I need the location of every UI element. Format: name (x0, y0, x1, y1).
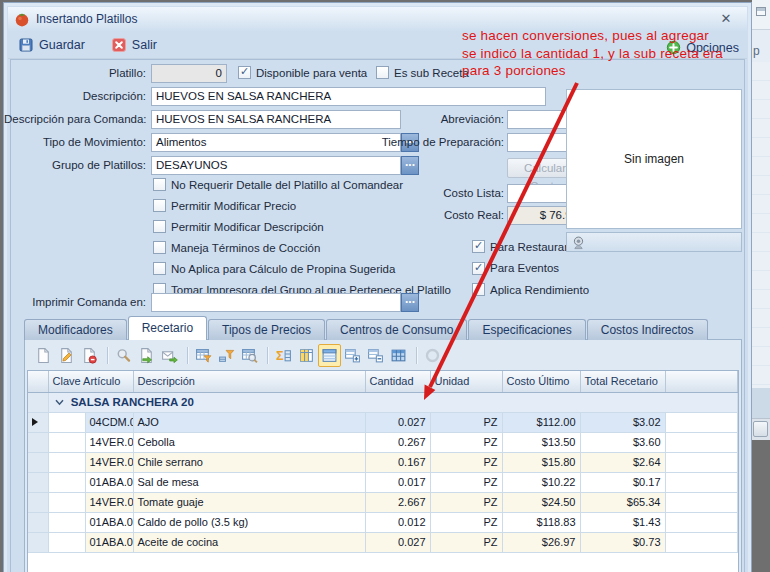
column-header-total-recetario[interactable]: Total Recetario (580, 371, 665, 392)
camera-icon[interactable] (571, 235, 586, 250)
cell-costo-ultimo[interactable]: $118.83 (502, 512, 580, 532)
cell-cantidad[interactable]: 0.267 (365, 432, 430, 452)
scrollbar-thumb[interactable] (753, 421, 768, 437)
expand-groups-icon[interactable] (341, 344, 364, 367)
table-row[interactable]: 01ABA.00... Aceite de cocina 0.027 PZ $2… (28, 532, 738, 552)
collapse-group-icon[interactable] (55, 396, 64, 408)
table-row[interactable]: 01ABA.00... Caldo de pollo (3.5 kg) 0.01… (28, 512, 738, 532)
cell-total-recetario[interactable]: $0.17 (580, 472, 665, 492)
cell-total-recetario[interactable]: $3.02 (580, 412, 665, 432)
cell-total-recetario[interactable]: $3.60 (580, 432, 665, 452)
cell-unidad[interactable]: PZ (430, 472, 502, 492)
grid-view-icon[interactable] (318, 344, 341, 367)
target-checkbox[interactable]: Aplica Rendimiento (472, 279, 589, 301)
restore-window-icon[interactable] (756, 7, 766, 16)
tab[interactable]: Modificadores (24, 319, 127, 340)
cell-descripcion[interactable]: Chile serrano (133, 452, 365, 472)
save-button[interactable]: Guardar (18, 37, 85, 53)
edit-record-icon[interactable] (55, 344, 78, 367)
table-row[interactable]: 14VER.00... Chile serrano 0.167 PZ $15.8… (28, 452, 738, 472)
cell-costo-ultimo[interactable]: $13.50 (502, 432, 580, 452)
filter-table-icon[interactable] (192, 344, 215, 367)
cell-cantidad[interactable]: 0.012 (365, 512, 430, 532)
find-in-table-icon[interactable] (238, 344, 261, 367)
table-row[interactable]: 14VER.00... Cebolla 0.267 PZ $13.50 $3.6… (28, 432, 738, 452)
cell-total-recetario[interactable]: $1.43 (580, 512, 665, 532)
column-header-descripcion[interactable]: Descripción (133, 371, 365, 392)
table-row[interactable]: 04CDM.00... AJO 0.027 PZ $112.00 $3.02 (28, 412, 738, 432)
checkbox-box[interactable] (472, 240, 485, 253)
cell-costo-ultimo[interactable]: $10.22 (502, 472, 580, 492)
cell-cantidad[interactable]: 0.027 (365, 412, 430, 432)
cell-costo-ultimo[interactable]: $26.97 (502, 532, 580, 552)
delete-record-icon[interactable] (78, 344, 101, 367)
cell-clave[interactable]: 14VER.00... (85, 432, 133, 452)
option-checkbox[interactable]: Maneja Términos de Cocción (153, 237, 451, 258)
column-header-costo-ultimo[interactable]: Costo Último (502, 371, 580, 392)
cell-descripcion[interactable]: Cebolla (133, 432, 365, 452)
cell-unidad[interactable]: PZ (430, 532, 502, 552)
cell-costo-ultimo[interactable]: $112.00 (502, 412, 580, 432)
cell-descripcion[interactable]: AJO (133, 412, 365, 432)
column-header-cantidad[interactable]: Cantidad (365, 371, 430, 392)
cell-total-recetario[interactable]: $65.34 (580, 492, 665, 512)
cell-total-recetario[interactable]: $2.64 (580, 452, 665, 472)
checkbox-box[interactable] (153, 241, 166, 254)
target-checkbox[interactable]: Para Eventos (472, 258, 589, 280)
sub-receta-checkbox[interactable]: Es sub Receta (376, 66, 469, 79)
descripcion-field[interactable]: HUEVOS EN SALSA RANCHERA (151, 87, 546, 106)
cell-descripcion[interactable]: Tomate guaje (133, 492, 365, 512)
cell-unidad[interactable]: PZ (430, 512, 502, 532)
checkbox-box[interactable] (472, 283, 485, 296)
tab[interactable]: Recetario (128, 316, 207, 340)
cell-descripcion[interactable]: Aceite de cocina (133, 532, 365, 552)
disponible-checkbox-box[interactable] (238, 66, 251, 79)
cell-total-recetario[interactable]: $0.73 (580, 532, 665, 552)
send-record-icon[interactable] (158, 344, 181, 367)
checkbox-box[interactable] (153, 199, 166, 212)
tab[interactable]: Especificaciones (468, 319, 585, 340)
option-checkbox[interactable]: No Aplica para Cálculo de Propina Sugeri… (153, 258, 451, 279)
cell-cantidad[interactable]: 0.017 (365, 472, 430, 492)
cell-clave[interactable]: 01ABA.00... (85, 512, 133, 532)
checkbox-box[interactable] (153, 262, 166, 275)
disponible-checkbox[interactable]: Disponible para venta (238, 66, 367, 79)
tab[interactable]: Tipos de Precios (208, 319, 325, 340)
cell-cantidad[interactable]: 2.667 (365, 492, 430, 512)
cell-descripcion[interactable]: Caldo de pollo (3.5 kg) (133, 512, 365, 532)
cell-unidad[interactable]: PZ (430, 432, 502, 452)
cell-clave[interactable]: 14VER.00... (85, 452, 133, 472)
cell-cantidad[interactable]: 0.027 (365, 532, 430, 552)
grupo-platillos-field[interactable]: DESAYUNOS (151, 156, 401, 175)
checkbox-box[interactable] (153, 220, 166, 233)
cell-unidad[interactable]: PZ (430, 492, 502, 512)
grupo-platillos-lookup-button[interactable] (401, 156, 419, 175)
group-row[interactable]: SALSA RANCHERA 20 (28, 392, 738, 412)
choose-columns-icon[interactable] (295, 344, 318, 367)
table-row[interactable]: 01ABA.00... Sal de mesa 0.017 PZ $10.22 … (28, 472, 738, 492)
cell-descripcion[interactable]: Sal de mesa (133, 472, 365, 492)
refresh-icon[interactable] (421, 344, 444, 367)
exit-button[interactable]: Salir (111, 37, 157, 53)
collapse-groups-icon[interactable] (364, 344, 387, 367)
imprimir-comanda-field[interactable] (151, 293, 401, 312)
checkbox-box[interactable] (153, 178, 166, 191)
tab[interactable]: Costos Indirectos (587, 319, 708, 340)
cell-clave[interactable]: 04CDM.00... (85, 412, 133, 432)
table-row[interactable]: 14VER.00... Tomate guaje 2.667 PZ $24.50… (28, 492, 738, 512)
imprimir-comanda-lookup-button[interactable] (401, 293, 419, 312)
cell-cantidad[interactable]: 0.167 (365, 452, 430, 472)
cell-clave[interactable]: 14VER.00... (85, 492, 133, 512)
export-record-icon[interactable] (135, 344, 158, 367)
filter-values-icon[interactable] (215, 344, 238, 367)
sub-receta-checkbox-box[interactable] (376, 66, 389, 79)
column-header-unidad[interactable]: Unidad (430, 371, 502, 392)
close-icon[interactable] (717, 11, 735, 27)
search-icon[interactable] (112, 344, 135, 367)
cell-clave[interactable]: 01ABA.00... (85, 532, 133, 552)
new-record-icon[interactable] (32, 344, 55, 367)
tab[interactable]: Centros de Consumo (326, 319, 467, 340)
checkbox-box[interactable] (472, 262, 485, 275)
cell-clave[interactable]: 01ABA.00... (85, 472, 133, 492)
summary-icon[interactable]: Σ (272, 344, 295, 367)
